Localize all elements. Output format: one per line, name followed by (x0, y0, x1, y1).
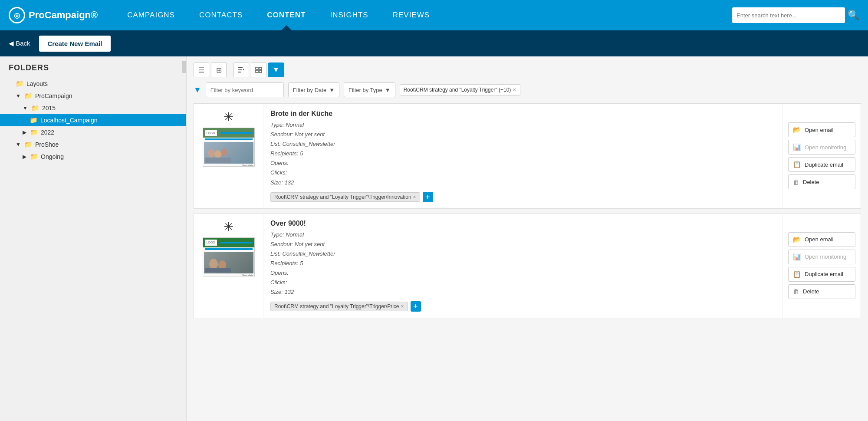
search-button[interactable]: 🔍 (848, 10, 859, 21)
loading-icon-2: ✳ (224, 220, 233, 234)
email-actions-1: 📂 Open email 📊 Open monitoring 📋 Duplica… (783, 104, 861, 208)
grid-view-button[interactable]: ⊞ (211, 62, 227, 77)
trash-icon: 🗑 (793, 178, 799, 186)
sidebar-item-2015[interactable]: ▼ 📁 2015 (0, 102, 186, 114)
content-area: ☰ ⊞ ▼ ▼ (187, 56, 868, 421)
search-area: 🔍 (732, 7, 859, 23)
open-email-button-2[interactable]: 📂 Open email (788, 232, 855, 247)
folder-icon-procampaign: 📁 (24, 92, 33, 100)
filter-tag-text: Root\CRM strategy and "Loyalty Trigger" … (404, 87, 511, 93)
main-layout: FOLDERS ◀ 📁 Layouts ▼ 📁 ProCampaign ▼ 📁 … (0, 56, 868, 421)
sidebar-item-label: Layouts (26, 80, 48, 87)
email-card-2: ✳ LOGO (194, 213, 861, 319)
sidebar: FOLDERS ◀ 📁 Layouts ▼ 📁 ProCampaign ▼ 📁 … (0, 56, 187, 421)
filter-date-dropdown[interactable]: Filter by Date ▼ (288, 82, 339, 97)
logo-icon: ◎ (9, 7, 25, 23)
email-tag-1: Root\CRM strategy and "Loyalty Trigger"\… (270, 192, 420, 202)
sidebar-item-2022[interactable]: ▶ 📁 2022 (0, 126, 186, 138)
chevron-down-icon: ▼ (385, 87, 391, 93)
tag-text-1: Root\CRM strategy and "Loyalty Trigger"\… (274, 194, 411, 200)
chevron-right-icon: ▶ (23, 129, 26, 135)
folder-icon-proshoe: 📁 (24, 141, 33, 148)
nav-contacts[interactable]: CONTACTS (187, 0, 255, 30)
tag-close-2[interactable]: × (401, 303, 404, 309)
nav-reviews[interactable]: REVIEWS (381, 0, 442, 30)
email-thumbnail-1: LOGO New (203, 128, 255, 167)
chevron-down-icon: ▼ (16, 141, 21, 148)
email-tags-1: Root\CRM strategy and "Loyalty Trigger"\… (270, 192, 776, 202)
svg-rect-0 (238, 67, 243, 68)
tag-close-1[interactable]: × (413, 194, 416, 200)
email-thumb-area-1: ✳ LOGO (194, 104, 263, 208)
email-thumbnail-2: LOGO New date (203, 237, 255, 276)
email-tag-2: Root\CRM strategy and "Loyalty Trigger"\… (270, 302, 408, 311)
filter-icon: ▼ (194, 86, 201, 95)
back-button[interactable]: ◀ Back (9, 39, 30, 47)
svg-point-9 (214, 150, 221, 158)
duplicate-icon: 📋 (793, 161, 801, 168)
folder-icon-layouts: 📁 (16, 80, 24, 88)
sidebar-item-ongoing[interactable]: ▶ 📁 Ongoing (0, 151, 186, 163)
nav-content[interactable]: CONTENT (255, 0, 318, 30)
folder-icon-ongoing: 📁 (30, 153, 38, 161)
thumb-logo-2: LOGO (205, 240, 217, 246)
duplicate-email-button-1[interactable]: 📋 Duplicate email (788, 157, 855, 172)
filter-type-label: Filter by Type (349, 87, 382, 93)
open-email-button-1[interactable]: 📂 Open email (788, 122, 855, 137)
sidebar-item-label: ProCampaign (35, 92, 72, 99)
email-title-2: Over 9000! (270, 220, 776, 227)
sidebar-item-layouts[interactable]: 📁 Layouts (0, 78, 186, 90)
chart-icon: 📊 (793, 143, 801, 151)
thumb-people-svg-2 (205, 255, 231, 273)
svg-rect-2 (238, 72, 241, 72)
filter-tag-close[interactable]: × (513, 86, 516, 93)
svg-rect-14 (205, 268, 231, 273)
loading-icon-1: ✳ (224, 110, 233, 124)
sort-list-button[interactable] (233, 62, 249, 77)
search-input[interactable] (732, 7, 845, 23)
email-title-1: Brote in der Küche (270, 110, 776, 118)
open-monitoring-button-1[interactable]: 📊 Open monitoring (788, 140, 855, 155)
chevron-down-icon: ▼ (329, 87, 335, 93)
logo: ◎ ProCampaign® (9, 7, 98, 23)
sidebar-collapse-button[interactable]: ◀ (182, 61, 187, 73)
nav-campaigns[interactable]: CAMPAIGNS (115, 0, 187, 30)
email-tags-2: Root\CRM strategy and "Loyalty Trigger"\… (270, 301, 776, 312)
chart-icon-2: 📊 (793, 253, 801, 261)
svg-rect-6 (256, 70, 258, 72)
sidebar-item-proshoe[interactable]: ▼ 📁 ProShoe (0, 138, 186, 151)
email-info-1: Brote in der Küche Type: Normal Sendout:… (263, 104, 783, 208)
delete-button-2[interactable]: 🗑 Delete (788, 284, 855, 299)
email-thumb-area-2: ✳ LOGO (194, 214, 263, 318)
nav-insights[interactable]: INSIGHTS (318, 0, 380, 30)
filter-type-dropdown[interactable]: Filter by Type ▼ (344, 82, 395, 97)
sort-grid-button[interactable] (251, 62, 266, 77)
sub-header: ◀ Back Create New Email (0, 30, 868, 56)
svg-marker-3 (243, 69, 244, 70)
tag-text-2: Root\CRM strategy and "Loyalty Trigger"\… (274, 303, 399, 309)
duplicate-email-button-2[interactable]: 📋 Duplicate email (788, 267, 855, 282)
add-tag-button-2[interactable]: + (411, 301, 421, 312)
open-monitoring-button-2[interactable]: 📊 Open monitoring (788, 250, 855, 264)
thumb-people-svg (205, 145, 231, 163)
chevron-right-icon: ▶ (23, 154, 26, 160)
add-tag-button-1[interactable]: + (423, 192, 433, 202)
filter-button[interactable]: ▼ (268, 62, 284, 77)
thumb-date: New date (203, 164, 254, 167)
svg-rect-4 (256, 67, 258, 69)
sidebar-item-label: ProShoe (35, 141, 59, 148)
list-view-button[interactable]: ☰ (194, 62, 209, 77)
trash-icon-2: 🗑 (793, 288, 799, 295)
filter-keyword-input[interactable] (206, 82, 284, 97)
svg-rect-7 (259, 70, 262, 72)
sidebar-item-procampaign[interactable]: ▼ 📁 ProCampaign (0, 90, 186, 102)
sidebar-item-localhost-campaign[interactable]: 📁 Localhost_Campaign (0, 114, 186, 126)
sidebar-item-label: 2022 (41, 129, 54, 136)
sort-list-icon (237, 66, 245, 74)
create-new-email-button[interactable]: Create New Email (39, 36, 111, 52)
delete-button-1[interactable]: 🗑 Delete (788, 174, 855, 189)
svg-point-12 (209, 259, 218, 269)
filter-date-label: Filter by Date (293, 87, 326, 93)
folders-title: FOLDERS (0, 63, 186, 78)
logo-text: ProCampaign® (29, 10, 98, 21)
